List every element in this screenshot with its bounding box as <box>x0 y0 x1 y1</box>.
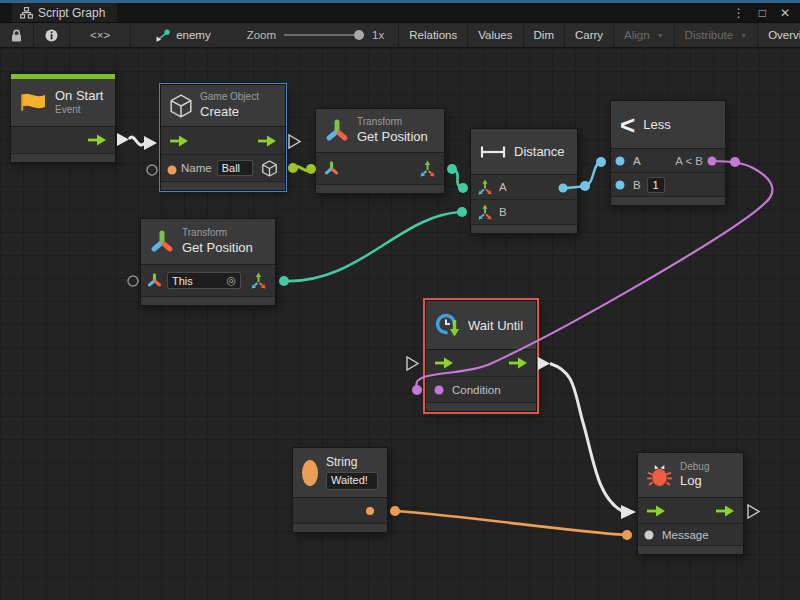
lock-button[interactable] <box>0 23 34 47</box>
node-subtitle: Debug <box>680 461 709 474</box>
zoom-slider-handle[interactable] <box>354 30 364 40</box>
target-value-field[interactable]: This ◎ <box>167 272 241 289</box>
name-value-field[interactable]: Ball <box>217 160 253 176</box>
code-icon: <×> <box>90 29 110 41</box>
zoom-slider[interactable] <box>284 34 364 36</box>
tab-bar: Script Graph ⋮ □ ✕ <box>0 3 800 22</box>
node-less[interactable]: < Less A A < B B 1 <box>610 100 726 206</box>
node-title: Get Position <box>357 129 428 145</box>
graph-breadcrumb[interactable]: enemy <box>145 23 221 47</box>
string-value-field[interactable]: Waited! <box>326 472 378 490</box>
ports-row <box>316 153 444 185</box>
edit-script-button[interactable]: <×> <box>70 23 131 47</box>
flow-input-port[interactable] <box>646 505 666 517</box>
input-a-label: A <box>633 155 641 167</box>
name-input-row: Name Ball <box>161 155 285 182</box>
cube-icon <box>170 94 192 118</box>
wait-clock-icon <box>435 312 462 338</box>
script-graph-asset-icon <box>155 29 171 42</box>
node-header: Transform Get Position <box>316 109 444 153</box>
flow-output-port[interactable] <box>257 135 277 147</box>
zoom-label: Zoom <box>247 29 276 41</box>
b-value-field[interactable]: 1 <box>647 177 665 193</box>
node-footer <box>11 154 115 162</box>
window-close-icon[interactable]: ✕ <box>780 6 790 20</box>
flow-input-port[interactable] <box>434 357 454 369</box>
input-a-label: A <box>499 181 507 193</box>
node-footer <box>426 403 536 411</box>
window-menu-icon[interactable]: ⋮ <box>733 6 745 20</box>
graph-tab-icon <box>20 7 33 19</box>
info-button[interactable] <box>34 23 70 47</box>
vector3-output-port[interactable] <box>419 160 436 177</box>
node-get-position-bottom[interactable]: Transform Get Position This ◎ <box>140 218 276 306</box>
flow-input-port[interactable] <box>169 135 189 147</box>
node-header: Wait Until <box>426 301 536 350</box>
zoom-value: 1x <box>372 29 384 41</box>
bug-icon <box>647 464 672 487</box>
toolbar-button-align[interactable]: Align▼ <box>614 23 675 47</box>
node-get-position-top[interactable]: Transform Get Position <box>315 108 445 194</box>
node-header: String Waited! <box>293 448 387 498</box>
toolbar-buttons: Relations Values Dim Carry Align▼ Distri… <box>398 23 800 47</box>
window-maximize-icon[interactable]: □ <box>759 6 766 20</box>
target-value-text: This <box>172 275 193 287</box>
input-b-row: B 1 <box>611 173 725 197</box>
node-title: On Start <box>55 88 103 104</box>
node-title: Distance <box>514 144 565 159</box>
message-label: Message <box>662 529 709 541</box>
node-subtitle: Transform <box>357 116 428 129</box>
vector3-input-port-a[interactable] <box>477 179 493 195</box>
node-debug-log[interactable]: Debug Log Message <box>637 452 744 555</box>
node-on-start-event[interactable]: On Start Event <box>10 73 116 163</box>
node-header: Game Object Create <box>161 85 285 127</box>
flow-row <box>161 127 285 155</box>
transform-input-port[interactable] <box>147 273 162 288</box>
node-string-literal[interactable]: String Waited! <box>292 447 388 533</box>
game-object-output-port[interactable] <box>262 160 277 177</box>
vector3-output-port[interactable] <box>250 272 267 289</box>
vector3-input-port-b[interactable] <box>477 204 493 220</box>
zoom-control: Zoom 1x <box>247 23 399 47</box>
node-footer <box>316 185 444 193</box>
toolbar-button-carry[interactable]: Carry <box>565 23 614 47</box>
input-a-row: A <box>471 175 577 200</box>
result-label: A < B <box>675 155 703 167</box>
ports-row: This ◎ <box>141 265 275 297</box>
toolbar-button-values[interactable]: Values <box>468 23 523 47</box>
flow-output-port[interactable] <box>87 134 107 146</box>
info-icon <box>45 29 58 42</box>
message-row: Message <box>638 524 743 546</box>
flow-output-port[interactable] <box>508 357 528 369</box>
node-subtitle: Event <box>55 104 103 117</box>
name-port-label: Name <box>181 162 212 174</box>
node-header: < Less <box>611 101 725 149</box>
input-b-row: B <box>471 200 577 225</box>
transform-icon <box>150 230 174 254</box>
object-picker-icon[interactable]: ◎ <box>226 274 236 287</box>
flow-row <box>426 350 536 377</box>
node-wait-until[interactable]: Wait Until Condition <box>425 300 537 412</box>
node-title: String <box>326 455 378 470</box>
tab-script-graph[interactable]: Script Graph <box>12 3 117 22</box>
toolbar-button-overview[interactable]: Overview <box>758 23 800 47</box>
transform-icon <box>325 119 349 143</box>
toolbar-button-distribute[interactable]: Distribute▼ <box>675 23 759 47</box>
node-title: Wait Until <box>468 318 523 333</box>
transform-input-port[interactable] <box>324 161 339 176</box>
toolbar-button-dim[interactable]: Dim <box>524 23 565 47</box>
less-icon: < <box>620 112 635 138</box>
node-subtitle: Transform <box>182 227 253 240</box>
node-title: Create <box>200 104 259 120</box>
flag-icon <box>20 91 47 115</box>
tab-title: Script Graph <box>38 6 105 20</box>
node-create-game-object[interactable]: Game Object Create Name Ball <box>160 84 286 191</box>
toolbar-button-relations[interactable]: Relations <box>399 23 468 47</box>
dropdown-arrow-icon: ▼ <box>740 32 747 39</box>
node-header: Transform Get Position <box>141 219 275 265</box>
node-header: Debug Log <box>638 453 743 498</box>
node-distance[interactable]: Distance A B <box>470 128 578 234</box>
output-row <box>293 498 387 524</box>
distance-icon <box>480 145 506 159</box>
flow-output-port[interactable] <box>715 505 735 517</box>
